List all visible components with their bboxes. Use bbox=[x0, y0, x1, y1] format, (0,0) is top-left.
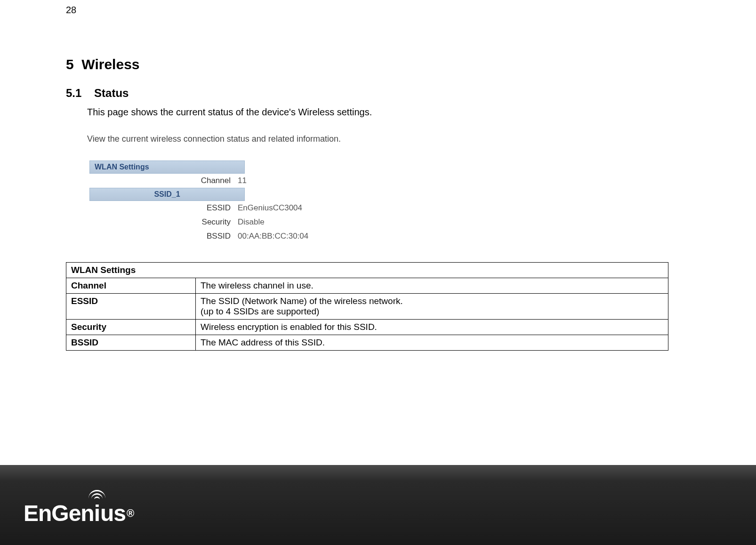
desc-table-header: WLAN Settings bbox=[66, 263, 668, 278]
security-value: Disable bbox=[238, 217, 265, 227]
logo-text-part2: us bbox=[100, 500, 126, 526]
table-row: ESSID The SSID (Network Name) of the wir… bbox=[66, 294, 668, 320]
channel-label: Channel bbox=[89, 176, 238, 185]
bssid-label: BSSID bbox=[89, 232, 238, 241]
logo-text-part1: EnGen bbox=[24, 500, 94, 526]
desc-essid-value: The SSID (Network Name) of the wireless … bbox=[196, 294, 668, 320]
desc-bssid-value: The MAC address of this SSID. bbox=[196, 335, 668, 351]
essid-value: EnGeniusCC3004 bbox=[238, 203, 302, 213]
wlan-settings-panel: WLAN Settings Channel 11 SSID_1 ESSID En… bbox=[89, 160, 372, 243]
wlan-settings-header: WLAN Settings bbox=[89, 160, 245, 174]
security-label: Security bbox=[89, 217, 238, 227]
desc-security-label: Security bbox=[66, 320, 196, 335]
section-number: 5.1 bbox=[66, 87, 81, 99]
panel-description: View the current wireless connection sta… bbox=[87, 134, 690, 144]
bssid-value: 00:AA:BB:CC:30:04 bbox=[238, 232, 308, 241]
section-title: Status bbox=[94, 87, 129, 99]
footer-bar: EnGeni us® bbox=[0, 465, 756, 545]
channel-value: 11 bbox=[238, 176, 247, 185]
intro-text: This page shows the current status of th… bbox=[87, 107, 690, 118]
essid-row: ESSID EnGeniusCC3004 bbox=[89, 201, 372, 215]
logo-registered: ® bbox=[127, 507, 134, 520]
desc-security-value: Wireless encryption is enabled for this … bbox=[196, 320, 668, 335]
description-table: WLAN Settings Channel The wireless chann… bbox=[66, 262, 668, 351]
logo-i-with-wifi: i bbox=[94, 500, 100, 526]
desc-channel-value: The wireless channel in use. bbox=[196, 278, 668, 294]
desc-channel-label: Channel bbox=[66, 278, 196, 294]
security-row: Security Disable bbox=[89, 215, 372, 229]
channel-row: Channel 11 bbox=[89, 174, 372, 188]
engenius-logo: EnGeni us® bbox=[24, 500, 134, 526]
wifi-icon bbox=[88, 490, 106, 502]
essid-label: ESSID bbox=[89, 203, 238, 213]
main-content: 5 Wireless 5.1 Status This page shows th… bbox=[66, 56, 690, 351]
bssid-row: BSSID 00:AA:BB:CC:30:04 bbox=[89, 229, 372, 243]
chapter-heading: 5 Wireless bbox=[66, 56, 690, 72]
table-row: Security Wireless encryption is enabled … bbox=[66, 320, 668, 335]
page-number: 28 bbox=[66, 5, 76, 16]
chapter-number: 5 bbox=[66, 56, 74, 72]
section-heading: 5.1 Status bbox=[66, 87, 690, 100]
desc-essid-label: ESSID bbox=[66, 294, 196, 320]
table-row: Channel The wireless channel in use. bbox=[66, 278, 668, 294]
ssid-header: SSID_1 bbox=[89, 188, 245, 201]
table-row: BSSID The MAC address of this SSID. bbox=[66, 335, 668, 351]
chapter-title: Wireless bbox=[81, 56, 139, 72]
desc-bssid-label: BSSID bbox=[66, 335, 196, 351]
